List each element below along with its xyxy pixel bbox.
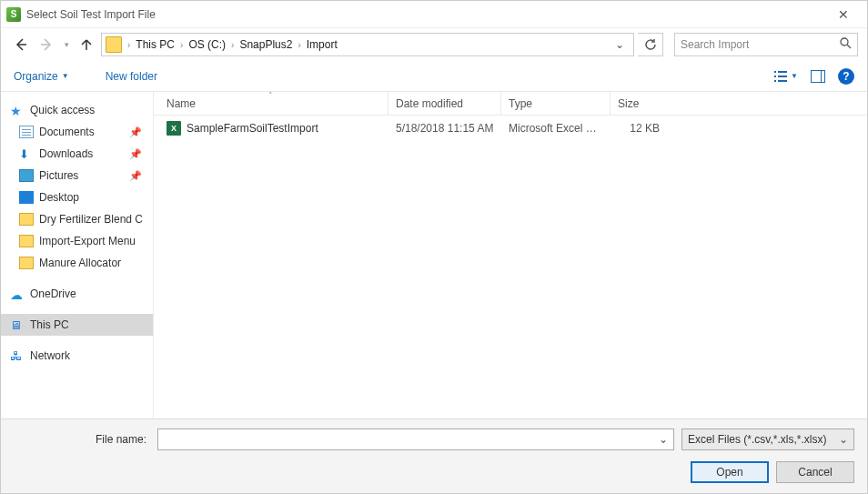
onedrive-icon: ☁ [10, 287, 25, 300]
chevron-right-icon: › [294, 40, 304, 50]
arrow-left-icon [14, 37, 28, 52]
column-header-type[interactable]: Type [501, 92, 611, 115]
file-name: SampleFarmSoilTestImport [187, 122, 318, 135]
chevron-down-icon: ▼ [62, 72, 69, 80]
chevron-down-icon: ⌄ [839, 433, 848, 446]
chevron-down-icon[interactable]: ⌄ [659, 433, 668, 446]
sidebar-quick-access[interactable]: ★ Quick access [1, 99, 153, 121]
svg-rect-9 [778, 80, 787, 82]
sidebar-item-label: Documents [39, 126, 95, 138]
sidebar-label: Quick access [30, 104, 95, 116]
chevron-right-icon: › [227, 40, 237, 50]
column-label: Name [167, 97, 196, 110]
recent-locations-caret[interactable]: ▾ [61, 40, 72, 49]
pc-icon: 🖥 [10, 318, 25, 331]
svg-rect-8 [774, 80, 776, 82]
sidebar-label: Network [30, 349, 70, 362]
svg-rect-6 [774, 76, 776, 77]
star-icon: ★ [10, 104, 25, 116]
chevron-down-icon[interactable]: ⌄ [610, 38, 630, 51]
organize-menu[interactable]: Organize ▼ [14, 70, 69, 83]
refresh-icon [644, 38, 657, 51]
new-folder-label: New folder [106, 70, 157, 83]
file-row[interactable]: X SampleFarmSoilTestImport 5/18/2018 11:… [154, 116, 867, 141]
sidebar-item-label: Desktop [39, 191, 79, 204]
search-input[interactable]: Search Import [674, 33, 858, 56]
column-header-date[interactable]: Date modified [389, 92, 501, 115]
file-type: Microsoft Excel W... [501, 122, 611, 135]
desktop-icon [19, 191, 34, 204]
svg-line-3 [847, 45, 851, 48]
column-label: Type [509, 97, 532, 110]
forward-button[interactable] [35, 34, 57, 55]
sidebar-item-folder[interactable]: Dry Fertilizer Blend C [1, 208, 153, 230]
pin-icon: 📌 [129, 126, 146, 138]
breadcrumb-folder-2[interactable]: Import [305, 38, 339, 51]
sidebar-item-folder[interactable]: Import-Export Menu [1, 230, 153, 252]
sort-asc-icon: ˄ [268, 91, 273, 100]
back-button[interactable] [10, 34, 32, 55]
filename-field[interactable] [164, 433, 659, 446]
sidebar-this-pc[interactable]: 🖥 This PC [1, 314, 153, 336]
toolbar: Organize ▼ New folder ▼ ? [1, 61, 867, 92]
organize-label: Organize [14, 70, 58, 83]
file-list: ˄ Name Date modified Type Size X SampleF… [154, 92, 867, 418]
sidebar: ★ Quick access Documents 📌 ⬇ Downloads 📌… [1, 92, 154, 418]
sidebar-network[interactable]: 🖧 Network [1, 345, 153, 367]
file-date: 5/18/2018 11:15 AM [389, 122, 501, 135]
arrow-right-icon [39, 37, 54, 52]
titlebar: S Select Soil Test Import File ✕ [1, 1, 867, 28]
svg-point-2 [841, 38, 848, 45]
pin-icon: 📌 [129, 170, 146, 182]
chevron-right-icon: › [124, 40, 134, 50]
sidebar-label: This PC [30, 318, 69, 331]
column-header-size[interactable]: Size [611, 92, 683, 115]
sidebar-item-downloads[interactable]: ⬇ Downloads 📌 [1, 143, 153, 165]
column-header-name[interactable]: ˄ Name [154, 92, 389, 115]
breadcrumb-folder-1[interactable]: SnapPlus2 [237, 38, 294, 51]
view-icon [774, 70, 789, 83]
breadcrumb-this-pc[interactable]: This PC [134, 38, 177, 51]
footer: File name: ⌄ Excel Files (*.csv,*.xls,*.… [1, 418, 867, 493]
nav-row: ▾ › This PC › OS (C:) › SnapPlus2 › Impo… [1, 28, 867, 61]
main-area: ★ Quick access Documents 📌 ⬇ Downloads 📌… [1, 92, 867, 418]
button-label: Cancel [798, 466, 832, 479]
sidebar-item-label: Import-Export Menu [39, 235, 136, 247]
sidebar-item-folder[interactable]: Manure Allocator [1, 252, 153, 274]
folder-icon [19, 213, 34, 226]
sidebar-item-desktop[interactable]: Desktop [1, 187, 153, 208]
folder-icon [19, 257, 34, 269]
search-icon [840, 37, 852, 52]
cancel-button[interactable]: Cancel [776, 461, 854, 483]
help-button[interactable]: ? [838, 68, 854, 85]
open-button[interactable]: Open [691, 461, 769, 483]
sidebar-item-documents[interactable]: Documents 📌 [1, 121, 153, 143]
view-options-button[interactable]: ▼ [774, 70, 798, 83]
folder-icon [19, 235, 34, 247]
preview-pane-button[interactable] [811, 70, 825, 83]
column-headers: ˄ Name Date modified Type Size [154, 92, 867, 116]
filter-label: Excel Files (*.csv,*.xls,*.xlsx) [688, 433, 826, 446]
new-folder-button[interactable]: New folder [106, 70, 157, 83]
download-icon: ⬇ [19, 147, 34, 160]
column-label: Size [618, 97, 639, 110]
sidebar-label: OneDrive [30, 287, 76, 300]
svg-rect-5 [778, 71, 787, 73]
file-size: 12 KB [611, 122, 683, 135]
search-placeholder: Search Import [681, 38, 749, 51]
filename-input[interactable]: ⌄ [157, 428, 674, 450]
svg-rect-7 [778, 76, 787, 77]
address-bar[interactable]: › This PC › OS (C:) › SnapPlus2 › Import… [101, 33, 634, 56]
sidebar-onedrive[interactable]: ☁ OneDrive [1, 283, 153, 305]
up-button[interactable] [76, 34, 97, 55]
sidebar-item-pictures[interactable]: Pictures 📌 [1, 165, 153, 187]
file-type-filter[interactable]: Excel Files (*.csv,*.xls,*.xlsx) ⌄ [681, 428, 854, 450]
svg-rect-4 [774, 71, 776, 73]
sidebar-item-label: Manure Allocator [39, 257, 121, 269]
chevron-down-icon: ▼ [791, 72, 798, 80]
refresh-button[interactable] [638, 33, 663, 56]
close-icon[interactable]: ✕ [825, 7, 862, 22]
pin-icon: 📌 [129, 148, 146, 160]
filename-label: File name: [14, 433, 150, 446]
breadcrumb-drive[interactable]: OS (C:) [187, 38, 227, 51]
